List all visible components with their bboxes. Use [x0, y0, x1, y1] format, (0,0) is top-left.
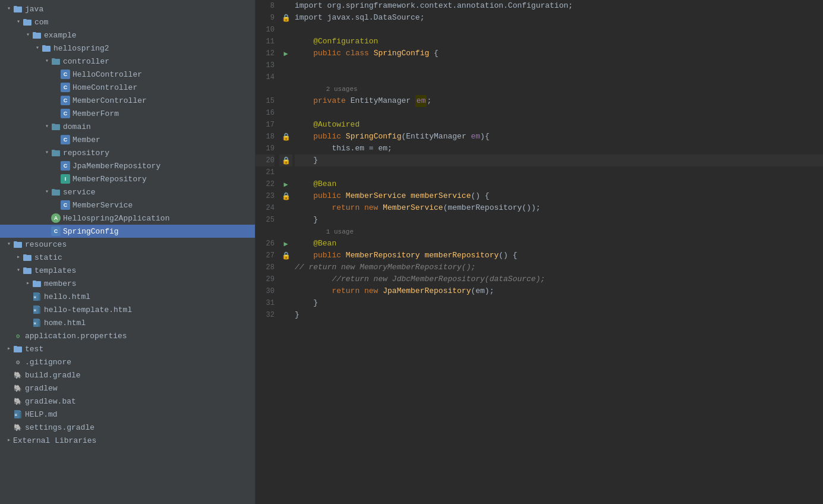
- arrow-icon: [14, 18, 23, 26]
- tree-item-Hellospring2Application[interactable]: AHellospring2Application: [0, 212, 255, 225]
- tree-item-MemberController[interactable]: CMemberController: [0, 94, 255, 107]
- tree-item-java[interactable]: java: [0, 2, 255, 15]
- fold-icon: 🔒: [282, 14, 291, 23]
- tree-item-build.gradle[interactable]: 🐘build.gradle: [0, 368, 255, 382]
- folder-icon: [42, 43, 51, 53]
- line-number: 18: [256, 131, 275, 143]
- tree-item-HelloController[interactable]: CHelloController: [0, 68, 255, 81]
- tree-item-.gitignore[interactable]: ⚙.gitignore: [0, 355, 255, 368]
- code-token: public: [295, 48, 346, 59]
- package-icon: [51, 187, 61, 197]
- code-token: 2 usages: [295, 83, 358, 95]
- line-number: 19: [256, 143, 275, 155]
- arrow-icon: [43, 57, 51, 65]
- code-token: import org.springframework.context.annot…: [295, 0, 573, 12]
- tree-item-settings.gradle[interactable]: 🐘settings.gradle: [0, 421, 255, 434]
- tree-item-label: MemberController: [72, 96, 147, 105]
- tree-item-com[interactable]: com: [0, 15, 255, 29]
- html-file-icon: H: [32, 305, 42, 314]
- gutter-marker: [279, 143, 292, 155]
- tree-item-label: home.html: [44, 319, 86, 327]
- gradle-file-icon: 🐘: [13, 423, 23, 432]
- code-line: // return new MemoryMemberRepository();: [295, 262, 823, 273]
- gutter-marker: [279, 0, 292, 12]
- props-file-icon: ⚙: [13, 331, 23, 341]
- tree-item-label: MemberForm: [72, 109, 119, 118]
- tree-item-label: settings.gradle: [25, 423, 94, 432]
- arrow-icon: [43, 122, 51, 131]
- code-token: em: [471, 131, 480, 143]
- tree-item-HELP.md[interactable]: HHELP.md: [0, 408, 255, 421]
- code-line: //return new JdbcMemberRepository(dataSo…: [295, 273, 823, 285]
- arrow-icon: [14, 266, 23, 275]
- fold-icon: 🔒: [282, 156, 291, 165]
- tree-item-repository[interactable]: repository: [0, 146, 255, 159]
- gutter-marker: ▶: [279, 238, 292, 250]
- tree-item-label: hello-template.html: [44, 305, 132, 314]
- tree-item-hellospring2[interactable]: hellospring2: [0, 42, 255, 55]
- bean-icon: ▶: [283, 240, 288, 248]
- folder-icon: [13, 344, 23, 354]
- tree-item-gradlew[interactable]: 🐘gradlew: [0, 382, 255, 395]
- gradle-file-icon: 🐘: [13, 396, 23, 406]
- code-token: JpaMemberRepository: [383, 285, 471, 297]
- code-token: public: [295, 131, 346, 143]
- tree-item-label: templates: [34, 266, 76, 275]
- code-line: public MemberRepository memberRepository…: [295, 250, 823, 262]
- code-line: @Bean: [295, 238, 823, 250]
- tree-item-SpringConfig[interactable]: CSpringConfig: [0, 225, 255, 238]
- line-number: 26: [256, 238, 275, 250]
- tree-item-templates[interactable]: templates: [0, 264, 255, 277]
- svg-rect-7: [39, 320, 40, 327]
- tree-item-controller[interactable]: controller: [0, 55, 255, 68]
- tree-item-label: MemberService: [72, 201, 133, 210]
- gutter-marker: ▶: [279, 48, 292, 59]
- java-class-icon: C: [61, 135, 70, 144]
- tree-item-label: members: [44, 279, 77, 288]
- tree-item-label: Member: [72, 136, 100, 144]
- tree-item-hello.html[interactable]: Hhello.html: [0, 290, 255, 303]
- java-class-icon: C: [61, 83, 70, 92]
- code-line: import javax.sql.DataSource;: [295, 12, 823, 24]
- tree-item-MemberForm[interactable]: CMemberForm: [0, 107, 255, 120]
- tree-item-hello-template.html[interactable]: Hhello-template.html: [0, 303, 255, 316]
- tree-item-domain[interactable]: domain: [0, 120, 255, 133]
- file-tree[interactable]: javacomexamplehellospring2controllerCHel…: [0, 0, 256, 504]
- tree-item-static[interactable]: static: [0, 251, 255, 264]
- tree-item-example[interactable]: example: [0, 29, 255, 42]
- fold-icon: 🔒: [282, 133, 291, 141]
- code-line: public SpringConfig(EntityManager em){: [295, 131, 823, 143]
- code-token: return new: [295, 285, 383, 297]
- line-number: 31: [256, 297, 275, 309]
- code-token: MemberService: [346, 190, 411, 202]
- tree-item-HomeController[interactable]: CHomeController: [0, 81, 255, 94]
- tree-item-MemberService[interactable]: CMemberService: [0, 199, 255, 212]
- code-line: public MemberService memberService() {: [295, 190, 823, 202]
- html-file-icon: H: [13, 410, 23, 419]
- tree-item-MemberRepository[interactable]: IMemberRepository: [0, 172, 255, 185]
- external-libraries[interactable]: External Libraries: [0, 434, 255, 447]
- tree-item-service[interactable]: service: [0, 185, 255, 199]
- code-token: 1 usage: [295, 226, 354, 238]
- tree-item-application.properties[interactable]: ⚙application.properties: [0, 329, 255, 342]
- gutter-marker: [279, 202, 292, 214]
- gutter-area: 🔒▶🔒🔒▶🔒▶🔒: [279, 0, 292, 504]
- java-class-icon: C: [61, 109, 70, 118]
- code-token: EntityManager: [406, 131, 471, 143]
- tree-item-Member[interactable]: CMember: [0, 133, 255, 146]
- tree-item-resources[interactable]: resources: [0, 238, 255, 251]
- tree-item-home.html[interactable]: Hhome.html: [0, 316, 255, 329]
- tree-item-label: static: [34, 253, 62, 262]
- code-token: memberService: [411, 190, 471, 202]
- tree-item-JpaMemberRepository[interactable]: CJpaMemberRepository: [0, 159, 255, 172]
- code-token: MemberService: [383, 202, 443, 214]
- tree-item-test[interactable]: test: [0, 342, 255, 355]
- code-token: @Bean: [295, 178, 336, 190]
- line-number: 25: [256, 214, 275, 226]
- line-number: 9: [256, 12, 275, 24]
- line-number: 12: [256, 48, 275, 59]
- tree-item-gradlew.bat[interactable]: 🐘gradlew.bat: [0, 395, 255, 408]
- code-token: () {: [471, 190, 489, 202]
- tree-item-members[interactable]: members: [0, 277, 255, 290]
- java-class-icon: C: [61, 96, 70, 105]
